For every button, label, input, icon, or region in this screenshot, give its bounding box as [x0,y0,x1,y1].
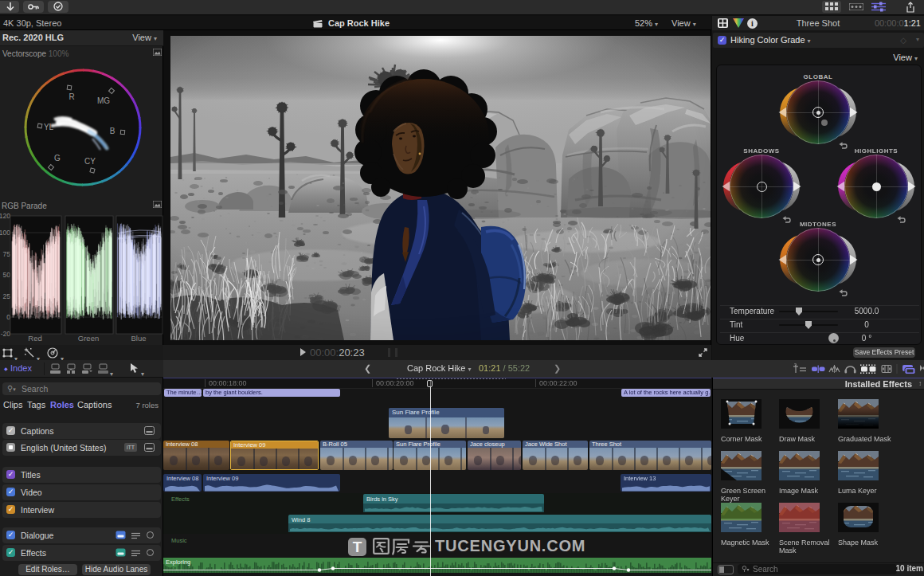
svg-text:Wind 8: Wind 8 [292,516,310,523]
svg-text:Blue: Blue [131,334,146,343]
svg-text:100: 100 [0,229,10,237]
svg-text:50: 50 [3,271,11,279]
svg-text:Interview 08: Interview 08 [166,475,198,482]
svg-text:Birds in Sky: Birds in Sky [366,496,398,503]
svg-text:Exploring: Exploring [166,558,190,566]
svg-text:Red: Red [28,334,41,343]
svg-text:0: 0 [6,313,10,321]
svg-text:Green: Green [78,334,99,343]
svg-text:?: ? [794,363,797,367]
svg-text:-20: -20 [1,330,11,338]
svg-text:120: 120 [0,212,10,220]
svg-text:25: 25 [3,292,11,300]
svg-text:Interview 09: Interview 09 [206,475,238,482]
svg-text:Interview 13: Interview 13 [624,475,656,482]
svg-text:75: 75 [3,250,11,258]
